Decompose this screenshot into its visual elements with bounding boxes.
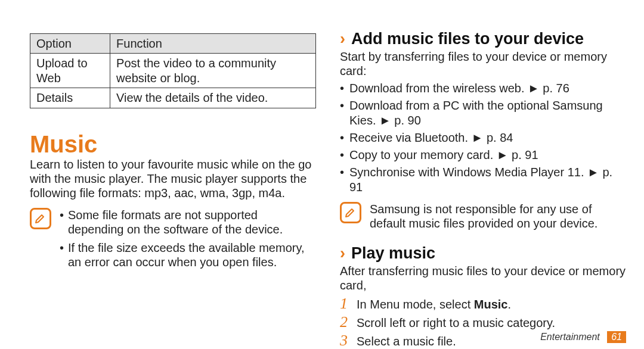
table-header-option: Option xyxy=(30,34,110,54)
footer-page-number: 61 xyxy=(607,331,626,343)
play-music-heading: › Play music xyxy=(340,244,626,263)
step-text: In Menu mode, select Music. xyxy=(357,296,626,312)
pencil-note-icon xyxy=(30,208,51,229)
add-music-item: Synchronise with Windows Media Player 11… xyxy=(340,165,626,195)
add-music-item: Copy to your memory card. ► p. 91 xyxy=(340,148,626,163)
step-number: 2 xyxy=(340,314,357,330)
add-music-note: Samsung is not responsible for any use o… xyxy=(340,202,626,231)
table-cell-option: Details xyxy=(30,88,110,108)
music-note-item: If the file size exceeds the available m… xyxy=(60,241,316,270)
page-footer: Entertainment 61 xyxy=(540,331,626,343)
music-intro: Learn to listen to your favourite music … xyxy=(30,157,316,201)
table-cell-option: Upload to Web xyxy=(30,54,110,88)
table-cell-function: View the details of the video. xyxy=(110,88,316,108)
add-music-heading: › Add music files to your device xyxy=(340,30,626,48)
music-note-body: Some file formats are not supported depe… xyxy=(60,208,316,273)
add-music-note-text: Samsung is not responsible for any use o… xyxy=(370,202,626,231)
step-number: 1 xyxy=(340,296,357,311)
add-music-intro: Start by transferring files to your devi… xyxy=(340,49,626,79)
table-row: Upload to Web Post the video to a commun… xyxy=(30,54,316,88)
manual-page: Option Function Upload to Web Post the v… xyxy=(0,0,644,349)
step-item: 2 Scroll left or right to a music catego… xyxy=(340,314,626,331)
add-music-item: Download from a PC with the optional Sam… xyxy=(340,98,626,128)
music-heading: Music xyxy=(30,132,316,156)
options-table: Option Function Upload to Web Post the v… xyxy=(30,33,316,108)
left-column: Option Function Upload to Web Post the v… xyxy=(30,30,334,337)
table-cell-function: Post the video to a community website or… xyxy=(110,54,316,88)
add-music-item: Download from the wireless web. ► p. 76 xyxy=(340,81,626,96)
music-note: Some file formats are not supported depe… xyxy=(30,208,316,273)
footer-section: Entertainment xyxy=(540,332,600,342)
right-column: › Add music files to your device Start b… xyxy=(334,30,626,337)
add-music-list: Download from the wireless web. ► p. 76 … xyxy=(340,81,626,195)
play-music-heading-text: Play music xyxy=(351,244,435,263)
add-music-item: Receive via Bluetooth. ► p. 84 xyxy=(340,130,626,145)
table-header-function: Function xyxy=(110,34,316,54)
chevron-right-icon: › xyxy=(340,244,345,263)
step-item: 1 In Menu mode, select Music. xyxy=(340,296,626,312)
pencil-note-icon xyxy=(340,202,361,223)
step-number: 3 xyxy=(340,333,357,348)
step-text: Scroll left or right to a music category… xyxy=(357,314,626,331)
play-music-intro: After transferring music files to your d… xyxy=(340,264,626,293)
music-note-item: Some file formats are not supported depe… xyxy=(60,208,316,237)
table-row: Details View the details of the video. xyxy=(30,88,316,108)
table-header-row: Option Function xyxy=(30,34,316,54)
chevron-right-icon: › xyxy=(340,30,345,48)
add-music-heading-text: Add music files to your device xyxy=(351,30,584,48)
